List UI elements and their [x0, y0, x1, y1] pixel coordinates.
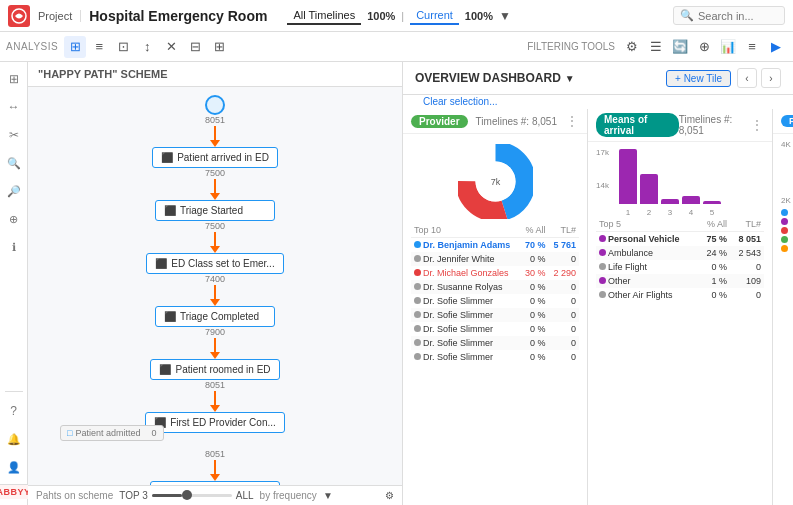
node-ed-class[interactable]: ⬛ ED Class set to Emer...	[146, 253, 283, 274]
provider-menu-icon[interactable]: ⋮	[565, 113, 579, 129]
table-row[interactable]: Dr. Sofie Slimmer 0 % 0	[411, 294, 579, 308]
provider-tag[interactable]: Provider	[411, 115, 468, 128]
row-tl: 2 543	[730, 246, 764, 260]
means-tile-body: 17k 14k	[588, 142, 772, 505]
node-triage-started[interactable]: ⬛ Triage Started	[155, 200, 275, 221]
view-sort-icon[interactable]: ↕	[136, 36, 158, 58]
table-row[interactable]: Dr. Sofie Slimmer 0 % 0	[411, 308, 579, 322]
top-label: TOP 3	[119, 490, 148, 501]
filter-icon2[interactable]: ☰	[645, 36, 667, 58]
row-tl: 0	[549, 322, 579, 336]
table-row[interactable]: Dr. Benjamin Adams 70 % 5 761	[411, 238, 579, 253]
means-tag[interactable]: Means of arrival	[596, 113, 679, 137]
node-icon-2: ⬛	[164, 205, 176, 216]
sidebar-target-icon[interactable]: ⊕	[3, 208, 25, 230]
sidebar-user-icon[interactable]: 👤	[3, 456, 25, 478]
timelines-nav: All Timelines 100% | Current 100% ▼	[287, 7, 510, 25]
search-icon: 🔍	[680, 9, 694, 22]
dashboard-panel: OVERVIEW DASHBOARD ▼ + New Tile ‹ › Clea…	[403, 62, 793, 505]
filter-icon1[interactable]: ⚙	[621, 36, 643, 58]
node-triage-completed[interactable]: ⬛ Triage Completed	[155, 306, 275, 327]
flow-start	[55, 95, 375, 115]
provider-tile-header: Provider Timelines #: 8,051 ⋮	[403, 109, 587, 134]
process-header: "HAPPY PATH" SCHEME	[28, 62, 402, 87]
filter-icon[interactable]: ▼	[499, 9, 511, 23]
node-patient-arrived[interactable]: ⬛ Patient arrived in ED	[152, 147, 278, 168]
table-row[interactable]: Other Air Flights 0 % 0	[596, 288, 764, 302]
node-first-provider[interactable]: ⬛ First ED Provider Con...	[145, 412, 285, 433]
scheme-label[interactable]: "HAPPY PATH" SCHEME	[38, 68, 168, 80]
node-patient-roomed[interactable]: ⬛ Patient roomed in ED	[150, 359, 279, 380]
filter-icon4[interactable]: ⊕	[693, 36, 715, 58]
add-tile-button[interactable]: + New Tile	[666, 70, 731, 87]
flow-node-4: 7400 ⬛ Triage Completed	[55, 274, 375, 327]
view-columns-icon[interactable]: ⊟	[184, 36, 206, 58]
table-row[interactable]: Dr. Sofie Slimmer 0 % 0	[411, 350, 579, 364]
view-filter-icon[interactable]: ⊡	[112, 36, 134, 58]
row-pct: 0 %	[520, 280, 548, 294]
dashboard-dropdown-icon[interactable]: ▼	[565, 73, 575, 84]
view-more-icon[interactable]: ⊞	[208, 36, 230, 58]
row-name: Dr. Michael Gonzales	[411, 266, 520, 280]
view-list-icon[interactable]: ≡	[88, 36, 110, 58]
filter-icon6[interactable]: ≡	[741, 36, 763, 58]
sidebar-arrow-icon[interactable]: ↕	[3, 96, 25, 118]
provider-tile-body: 7k Top 10 % All TL#	[403, 134, 587, 505]
current-tab[interactable]: Current	[410, 7, 459, 25]
bar-chart-area: 17k 14k	[596, 148, 764, 217]
all-timelines-tab[interactable]: All Timelines	[287, 7, 361, 25]
table-row[interactable]: Ambulance 24 % 2 543	[596, 246, 764, 260]
sidebar-bell-icon[interactable]: 🔔	[3, 428, 25, 450]
view-grid-icon[interactable]: ⊞	[64, 36, 86, 58]
search-input[interactable]	[698, 10, 778, 22]
admitted-count: 0	[151, 428, 156, 438]
frequency-dropdown-icon[interactable]: ▼	[323, 490, 333, 501]
table-row[interactable]: Life Flight 0 % 0	[596, 260, 764, 274]
footer-action-icon[interactable]: ⚙	[385, 490, 394, 501]
sidebar-help-icon[interactable]: ?	[3, 400, 25, 422]
percent1: 100%	[367, 10, 395, 22]
table-row[interactable]: Dr. Susanne Rolyas 0 % 0	[411, 280, 579, 294]
node-patient-departed[interactable]: ⬛ Patient departed fro...	[150, 481, 280, 485]
start-node[interactable]	[205, 95, 225, 115]
table-row[interactable]: Dr. Michael Gonzales 30 % 2 290	[411, 266, 579, 280]
arrow-7: 8051	[205, 449, 225, 481]
legend-dot-1	[781, 209, 788, 216]
means-menu-icon[interactable]: ⋮	[750, 117, 764, 133]
frequency-label: by frequency	[260, 490, 317, 501]
col-tl: TL#	[549, 223, 579, 238]
content-area: "HAPPY PATH" SCHEME 8051	[28, 62, 793, 505]
row-name: Dr. Susanne Rolyas	[411, 280, 520, 294]
arrow-4: 7400	[205, 274, 225, 306]
nav-next-button[interactable]: ›	[761, 68, 781, 88]
clear-selection-area: Clear selection...	[403, 95, 793, 109]
arrow-2: 7500	[205, 168, 225, 200]
sidebar-zoom-in-icon[interactable]: 🔎	[3, 180, 25, 202]
legend-dot-2	[781, 218, 788, 225]
patient-tag[interactable]: Patie...	[781, 115, 793, 127]
table-row[interactable]: Other 1 % 109	[596, 274, 764, 288]
slider-track[interactable]	[152, 494, 232, 497]
view-cross-icon[interactable]: ✕	[160, 36, 182, 58]
sidebar-tool-icon[interactable]: ✂	[3, 124, 25, 146]
sidebar-search-icon[interactable]: 🔍	[3, 152, 25, 174]
sidebar-info-icon[interactable]: ℹ	[3, 236, 25, 258]
nav-prev-button[interactable]: ‹	[737, 68, 757, 88]
filter-icon7[interactable]: ▶	[765, 36, 787, 58]
filter-icon5[interactable]: 📊	[717, 36, 739, 58]
patient-admitted-node[interactable]: □ Patient admitted 0	[60, 425, 164, 441]
table-row[interactable]: Personal Vehicle 75 % 8 051	[596, 232, 764, 247]
filter-icon3[interactable]: 🔄	[669, 36, 691, 58]
table-row[interactable]: Dr. Sofie Slimmer 0 % 0	[411, 322, 579, 336]
filtering-tools: FILTERING TOOLS ⚙ ☰ 🔄 ⊕ 📊 ≡ ▶	[527, 36, 787, 58]
legend-item-5	[781, 245, 793, 252]
row-pct: 0 %	[699, 288, 730, 302]
slider-thumb[interactable]	[182, 490, 192, 500]
table-row[interactable]: Dr. Sofie Slimmer 0 % 0	[411, 336, 579, 350]
table-row[interactable]: Dr. Jennifer White 0 % 0	[411, 252, 579, 266]
bar-label-3: 3	[661, 208, 679, 217]
bar-label-2: 2	[640, 208, 658, 217]
search-box: 🔍	[673, 6, 785, 25]
bar-label-5: 5	[703, 208, 721, 217]
sidebar-nav-icon[interactable]: ⊞	[3, 68, 25, 90]
